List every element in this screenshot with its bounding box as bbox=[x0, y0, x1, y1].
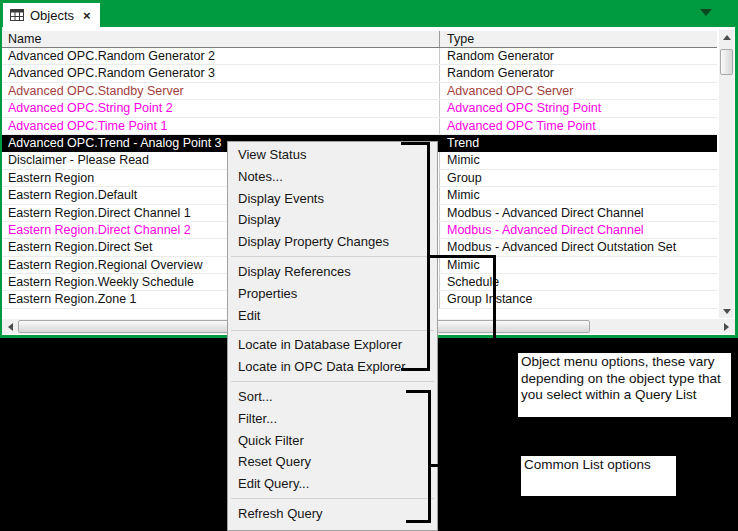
vertical-scroll-thumb[interactable] bbox=[720, 49, 733, 75]
cell-name: Advanced OPC.Time Point 1 bbox=[2, 118, 440, 134]
cell-name: Advanced OPC.Random Generator 3 bbox=[2, 65, 440, 81]
menu-item-display[interactable]: Display bbox=[228, 209, 437, 231]
column-header-name[interactable]: Name bbox=[2, 31, 440, 47]
menu-item-display-events[interactable]: Display Events bbox=[228, 188, 437, 210]
cell-type: Random Generator bbox=[440, 65, 717, 81]
menu-separator bbox=[231, 498, 434, 499]
menu-item-edit[interactable]: Edit bbox=[228, 305, 437, 327]
callout-connector-horizontal bbox=[429, 255, 495, 258]
scroll-down-icon bbox=[723, 309, 731, 314]
callout-connector-bottom bbox=[430, 464, 521, 467]
menu-separator bbox=[231, 256, 434, 257]
close-icon[interactable]: × bbox=[83, 9, 91, 22]
column-header-type[interactable]: Type bbox=[440, 31, 717, 47]
menu-item-display-property-changes[interactable]: Display Property Changes bbox=[228, 231, 437, 253]
vertical-scrollbar[interactable] bbox=[719, 30, 734, 318]
table-row-4[interactable]: Advanced OPC.Time Point 1 Advanced OPC T… bbox=[2, 118, 717, 135]
scroll-down-button[interactable] bbox=[719, 304, 734, 318]
cell-type: Mimic bbox=[440, 187, 717, 203]
cell-name: Advanced OPC.String Point 2 bbox=[2, 100, 440, 116]
cell-type: Modbus - Advanced Direct Channel bbox=[440, 205, 717, 221]
callout-connector-vertical bbox=[493, 255, 496, 355]
scroll-up-icon bbox=[723, 35, 731, 40]
scroll-up-button[interactable] bbox=[719, 30, 734, 44]
cell-type: Advanced OPC String Point bbox=[440, 100, 717, 116]
table-row-1[interactable]: Advanced OPC.Random Generator 3 Random G… bbox=[2, 65, 717, 82]
menu-item-properties[interactable]: Properties bbox=[228, 283, 437, 305]
menu-item-locate-in-database-explorer[interactable]: Locate in Database Explorer bbox=[228, 334, 437, 356]
cell-type: Mimic bbox=[440, 257, 717, 273]
object-context-menu: View Status Notes... Display Events Disp… bbox=[227, 141, 438, 531]
cell-type: Random Generator bbox=[440, 48, 717, 64]
menu-separator bbox=[231, 381, 434, 382]
cell-type: Advanced OPC Server bbox=[440, 83, 717, 99]
scroll-right-button[interactable] bbox=[719, 319, 733, 334]
annotation-common-list-options: Common List options bbox=[521, 456, 676, 496]
tab-title: Objects bbox=[30, 8, 74, 23]
cell-type: Schedule bbox=[440, 274, 717, 290]
table-row-2[interactable]: Advanced OPC.Standby Server Advanced OPC… bbox=[2, 83, 717, 100]
table-row-3[interactable]: Advanced OPC.String Point 2 Advanced OPC… bbox=[2, 100, 717, 117]
bracket-top-line bbox=[401, 142, 430, 145]
scroll-left-button[interactable] bbox=[3, 319, 17, 334]
cell-type: Mimic bbox=[440, 152, 717, 168]
menu-item-reset-query[interactable]: Reset Query bbox=[228, 451, 437, 473]
cell-type: Modbus - Advanced Direct Channel bbox=[440, 222, 717, 238]
table-row-0[interactable]: Advanced OPC.Random Generator 2 Random G… bbox=[2, 48, 717, 65]
table-grid-icon bbox=[10, 9, 24, 21]
cell-type: Advanced OPC Time Point bbox=[440, 118, 717, 134]
bracket-top-bottom-line bbox=[401, 368, 430, 371]
cell-name: Advanced OPC.Standby Server bbox=[2, 83, 440, 99]
menu-item-notes[interactable]: Notes... bbox=[228, 166, 437, 188]
menu-item-view-status[interactable]: View Status bbox=[228, 144, 437, 166]
chevron-down-icon[interactable] bbox=[700, 9, 712, 16]
cell-type: Modbus - Advanced Direct Outstation Set bbox=[440, 239, 717, 255]
menu-item-display-references[interactable]: Display References bbox=[228, 261, 437, 283]
window-titlebar: Objects × bbox=[0, 0, 738, 27]
annotation-object-menu-options: Object menu options, these vary dependin… bbox=[518, 353, 731, 417]
cell-name: Advanced OPC.Random Generator 2 bbox=[2, 48, 440, 64]
menu-separator bbox=[231, 330, 434, 331]
menu-item-quick-filter[interactable]: Quick Filter bbox=[228, 430, 437, 452]
tab-objects[interactable]: Objects × bbox=[3, 3, 100, 27]
scroll-right-icon bbox=[724, 323, 729, 331]
cell-type: Trend bbox=[440, 135, 717, 151]
bracket-bottom-bottom-line bbox=[406, 520, 431, 523]
cell-type: Group bbox=[440, 170, 717, 186]
cell-type: Group Instance bbox=[440, 291, 717, 307]
menu-item-edit-query[interactable]: Edit Query... bbox=[228, 473, 437, 495]
grid-header: Name Type bbox=[2, 31, 717, 48]
bracket-bottom-vertical bbox=[428, 390, 431, 523]
scroll-left-icon bbox=[8, 323, 13, 331]
menu-item-filter[interactable]: Filter... bbox=[228, 408, 437, 430]
